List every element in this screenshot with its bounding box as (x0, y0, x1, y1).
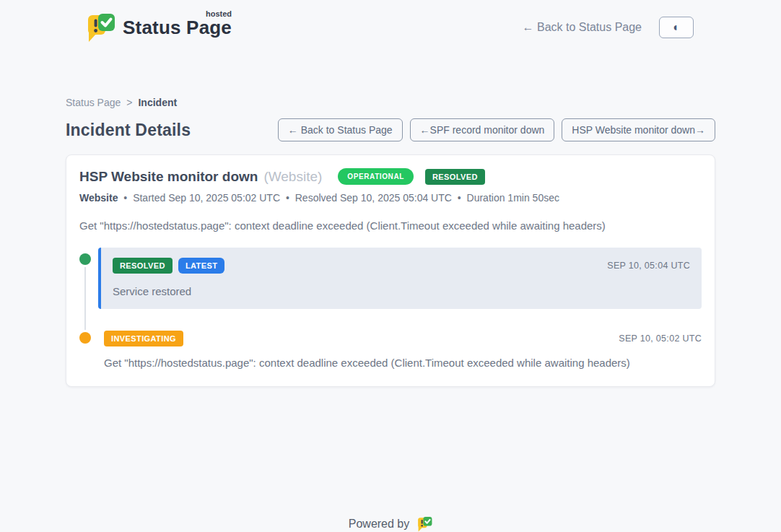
timeline-dot-resolved (79, 253, 91, 265)
brand-superscript: hosted (206, 9, 232, 18)
meta-component: Website (79, 192, 118, 204)
half-circle-theme-icon: ◐ (673, 21, 680, 34)
resolved-badge: RESOLVED (113, 258, 173, 274)
meta-separator: • (123, 192, 127, 204)
incident-nav-buttons: ← Back to Status Page ←SPF record monito… (278, 118, 715, 141)
timeline-entry: RESOLVED LATEST SEP 10, 05:04 UTC Servic… (79, 248, 702, 309)
meta-started: Started Sep 10, 2025 05:02 UTC (133, 192, 280, 204)
incident-card: HSP Website monitor down (Website) OPERA… (66, 154, 715, 387)
timeline-entry-box-latest: RESOLVED LATEST SEP 10, 05:04 UTC Servic… (98, 248, 702, 309)
theme-toggle-button[interactable]: ◐ (659, 17, 694, 38)
timeline-entry-box: INVESTIGATING SEP 10, 05:02 UTC Get "htt… (98, 331, 702, 369)
back-to-status-page-button[interactable]: ← Back to Status Page (278, 118, 403, 141)
timeline-entry-head: INVESTIGATING SEP 10, 05:02 UTC (104, 331, 702, 346)
incident-timeline: RESOLVED LATEST SEP 10, 05:04 UTC Servic… (79, 248, 702, 369)
back-to-status-page-link[interactable]: ← Back to Status Page (523, 21, 642, 34)
timeline-message: Get "https://hostedstatus.page": context… (104, 357, 702, 369)
breadcrumb-current: Incident (138, 97, 177, 108)
brand-logo[interactable]: Status Page hosted (85, 11, 232, 44)
investigating-badge: INVESTIGATING (104, 331, 183, 346)
breadcrumb-separator: > (126, 97, 132, 108)
timeline-dot-investigating (79, 332, 91, 344)
incident-title: HSP Website monitor down (79, 169, 258, 185)
meta-resolved: Resolved Sep 10, 2025 05:04 UTC (295, 192, 452, 204)
meta-separator: • (286, 192, 289, 204)
meta-separator: • (458, 192, 461, 204)
incident-meta: Website • Started Sep 10, 2025 05:02 UTC… (79, 192, 702, 204)
page-title: Incident Details (66, 121, 191, 140)
footer: Powered by © 2025-10-08 14:10:34.772084 … (66, 515, 715, 532)
incident-component: (Website) (263, 169, 322, 185)
main-content: Status Page > Incident Incident Details … (66, 97, 715, 532)
powered-by: Powered by (66, 515, 715, 532)
timeline-timestamp: SEP 10, 05:04 UTC (607, 261, 690, 271)
breadcrumb-root[interactable]: Status Page (66, 97, 121, 108)
timeline-entry: INVESTIGATING SEP 10, 05:02 UTC Get "htt… (79, 331, 702, 369)
brand-text: Status Page hosted (123, 11, 232, 39)
header-right: ← Back to Status Page ◐ (523, 17, 694, 38)
incident-description: Get "https://hostedstatus.page": context… (79, 219, 702, 232)
title-row: Incident Details ← Back to Status Page ←… (66, 118, 715, 141)
timeline-message: Service restored (113, 285, 690, 297)
meta-duration: Duration 1min 50sec (467, 192, 559, 204)
brand-name: Status Page (123, 17, 232, 38)
powered-by-label: Powered by (349, 518, 410, 531)
resolved-state-badge: RESOLVED (425, 169, 485, 185)
latest-badge: LATEST (178, 258, 224, 274)
prev-incident-button[interactable]: ←SPF record monitor down (410, 118, 555, 141)
incident-title-row: HSP Website monitor down (Website) OPERA… (79, 168, 702, 185)
timeline-timestamp: SEP 10, 05:02 UTC (619, 333, 702, 344)
header: Status Page hosted ← Back to Status Page… (0, 0, 781, 55)
timeline-entry-head: RESOLVED LATEST SEP 10, 05:04 UTC (113, 258, 690, 274)
operational-status-badge: OPERATIONAL (338, 168, 414, 185)
breadcrumb: Status Page > Incident (66, 97, 715, 108)
next-incident-button[interactable]: HSP Website monitor down→ (562, 118, 715, 141)
status-page-mini-logo-icon (416, 515, 432, 532)
status-page-logo-icon (85, 11, 115, 44)
